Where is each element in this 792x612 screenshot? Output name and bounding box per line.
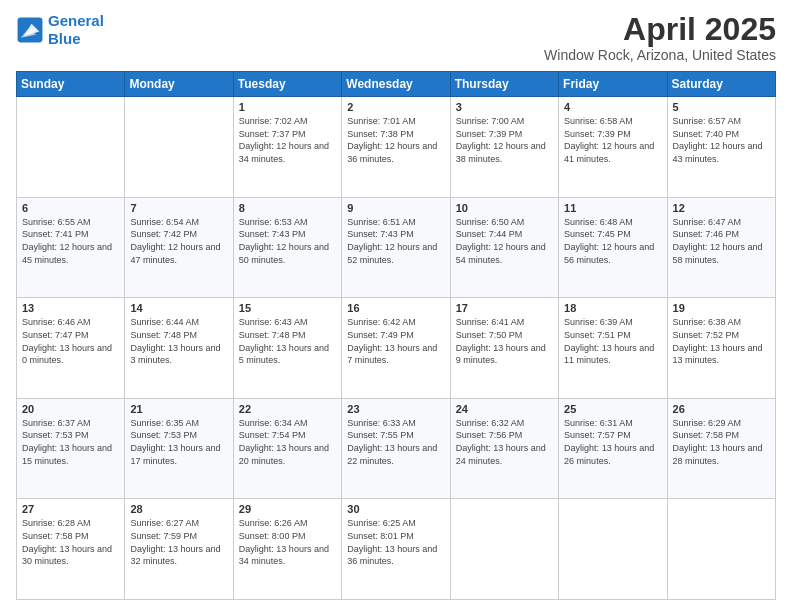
calendar-cell	[667, 499, 775, 600]
day-info: Sunrise: 6:28 AMSunset: 7:58 PMDaylight:…	[22, 517, 119, 567]
day-number: 3	[456, 101, 553, 113]
day-info: Sunrise: 6:25 AMSunset: 8:01 PMDaylight:…	[347, 517, 444, 567]
day-info: Sunrise: 6:55 AMSunset: 7:41 PMDaylight:…	[22, 216, 119, 266]
day-number: 25	[564, 403, 661, 415]
calendar-day-header: Saturday	[667, 72, 775, 97]
day-info: Sunrise: 6:26 AMSunset: 8:00 PMDaylight:…	[239, 517, 336, 567]
calendar-cell: 18Sunrise: 6:39 AMSunset: 7:51 PMDayligh…	[559, 298, 667, 399]
calendar-day-header: Sunday	[17, 72, 125, 97]
page: General Blue April 2025 Window Rock, Ari…	[0, 0, 792, 612]
page-title: April 2025	[544, 12, 776, 47]
day-info: Sunrise: 6:47 AMSunset: 7:46 PMDaylight:…	[673, 216, 770, 266]
calendar-cell: 24Sunrise: 6:32 AMSunset: 7:56 PMDayligh…	[450, 398, 558, 499]
day-info: Sunrise: 6:43 AMSunset: 7:48 PMDaylight:…	[239, 316, 336, 366]
header-right: April 2025 Window Rock, Arizona, United …	[544, 12, 776, 63]
day-number: 27	[22, 503, 119, 515]
calendar-cell	[450, 499, 558, 600]
day-number: 8	[239, 202, 336, 214]
calendar-week-row: 13Sunrise: 6:46 AMSunset: 7:47 PMDayligh…	[17, 298, 776, 399]
day-number: 15	[239, 302, 336, 314]
day-number: 21	[130, 403, 227, 415]
day-info: Sunrise: 6:57 AMSunset: 7:40 PMDaylight:…	[673, 115, 770, 165]
calendar-cell: 11Sunrise: 6:48 AMSunset: 7:45 PMDayligh…	[559, 197, 667, 298]
day-info: Sunrise: 6:53 AMSunset: 7:43 PMDaylight:…	[239, 216, 336, 266]
day-info: Sunrise: 6:37 AMSunset: 7:53 PMDaylight:…	[22, 417, 119, 467]
day-info: Sunrise: 6:35 AMSunset: 7:53 PMDaylight:…	[130, 417, 227, 467]
calendar-week-row: 1Sunrise: 7:02 AMSunset: 7:37 PMDaylight…	[17, 97, 776, 198]
calendar-cell: 5Sunrise: 6:57 AMSunset: 7:40 PMDaylight…	[667, 97, 775, 198]
day-number: 26	[673, 403, 770, 415]
calendar-cell: 8Sunrise: 6:53 AMSunset: 7:43 PMDaylight…	[233, 197, 341, 298]
calendar-cell: 1Sunrise: 7:02 AMSunset: 7:37 PMDaylight…	[233, 97, 341, 198]
day-number: 22	[239, 403, 336, 415]
day-number: 12	[673, 202, 770, 214]
calendar-cell: 16Sunrise: 6:42 AMSunset: 7:49 PMDayligh…	[342, 298, 450, 399]
calendar-cell: 20Sunrise: 6:37 AMSunset: 7:53 PMDayligh…	[17, 398, 125, 499]
day-number: 11	[564, 202, 661, 214]
logo-line1: General	[48, 12, 104, 29]
calendar-cell: 17Sunrise: 6:41 AMSunset: 7:50 PMDayligh…	[450, 298, 558, 399]
day-number: 20	[22, 403, 119, 415]
logo-line2: Blue	[48, 30, 81, 47]
calendar-week-row: 20Sunrise: 6:37 AMSunset: 7:53 PMDayligh…	[17, 398, 776, 499]
calendar-cell: 28Sunrise: 6:27 AMSunset: 7:59 PMDayligh…	[125, 499, 233, 600]
day-info: Sunrise: 6:44 AMSunset: 7:48 PMDaylight:…	[130, 316, 227, 366]
day-info: Sunrise: 6:33 AMSunset: 7:55 PMDaylight:…	[347, 417, 444, 467]
day-info: Sunrise: 7:02 AMSunset: 7:37 PMDaylight:…	[239, 115, 336, 165]
day-info: Sunrise: 6:41 AMSunset: 7:50 PMDaylight:…	[456, 316, 553, 366]
calendar-cell: 13Sunrise: 6:46 AMSunset: 7:47 PMDayligh…	[17, 298, 125, 399]
calendar-cell	[125, 97, 233, 198]
day-info: Sunrise: 6:46 AMSunset: 7:47 PMDaylight:…	[22, 316, 119, 366]
day-number: 10	[456, 202, 553, 214]
header: General Blue April 2025 Window Rock, Ari…	[16, 12, 776, 63]
calendar-cell: 6Sunrise: 6:55 AMSunset: 7:41 PMDaylight…	[17, 197, 125, 298]
calendar-cell: 9Sunrise: 6:51 AMSunset: 7:43 PMDaylight…	[342, 197, 450, 298]
calendar-cell: 10Sunrise: 6:50 AMSunset: 7:44 PMDayligh…	[450, 197, 558, 298]
calendar-cell: 2Sunrise: 7:01 AMSunset: 7:38 PMDaylight…	[342, 97, 450, 198]
day-number: 28	[130, 503, 227, 515]
calendar-cell: 25Sunrise: 6:31 AMSunset: 7:57 PMDayligh…	[559, 398, 667, 499]
logo-text: General Blue	[48, 12, 104, 48]
calendar-day-header: Thursday	[450, 72, 558, 97]
calendar-day-header: Friday	[559, 72, 667, 97]
calendar-cell: 21Sunrise: 6:35 AMSunset: 7:53 PMDayligh…	[125, 398, 233, 499]
day-info: Sunrise: 7:00 AMSunset: 7:39 PMDaylight:…	[456, 115, 553, 165]
day-number: 30	[347, 503, 444, 515]
calendar-cell: 7Sunrise: 6:54 AMSunset: 7:42 PMDaylight…	[125, 197, 233, 298]
logo-icon	[16, 16, 44, 44]
page-subtitle: Window Rock, Arizona, United States	[544, 47, 776, 63]
calendar-cell: 19Sunrise: 6:38 AMSunset: 7:52 PMDayligh…	[667, 298, 775, 399]
calendar-cell: 22Sunrise: 6:34 AMSunset: 7:54 PMDayligh…	[233, 398, 341, 499]
day-number: 1	[239, 101, 336, 113]
day-info: Sunrise: 6:34 AMSunset: 7:54 PMDaylight:…	[239, 417, 336, 467]
day-info: Sunrise: 6:54 AMSunset: 7:42 PMDaylight:…	[130, 216, 227, 266]
day-number: 17	[456, 302, 553, 314]
calendar-cell: 30Sunrise: 6:25 AMSunset: 8:01 PMDayligh…	[342, 499, 450, 600]
calendar-header-row: SundayMondayTuesdayWednesdayThursdayFrid…	[17, 72, 776, 97]
day-info: Sunrise: 6:51 AMSunset: 7:43 PMDaylight:…	[347, 216, 444, 266]
day-info: Sunrise: 6:29 AMSunset: 7:58 PMDaylight:…	[673, 417, 770, 467]
day-number: 9	[347, 202, 444, 214]
calendar-table: SundayMondayTuesdayWednesdayThursdayFrid…	[16, 71, 776, 600]
logo: General Blue	[16, 12, 104, 48]
calendar-cell: 12Sunrise: 6:47 AMSunset: 7:46 PMDayligh…	[667, 197, 775, 298]
calendar-cell: 4Sunrise: 6:58 AMSunset: 7:39 PMDaylight…	[559, 97, 667, 198]
day-info: Sunrise: 6:31 AMSunset: 7:57 PMDaylight:…	[564, 417, 661, 467]
day-info: Sunrise: 6:50 AMSunset: 7:44 PMDaylight:…	[456, 216, 553, 266]
calendar-cell: 14Sunrise: 6:44 AMSunset: 7:48 PMDayligh…	[125, 298, 233, 399]
day-info: Sunrise: 6:32 AMSunset: 7:56 PMDaylight:…	[456, 417, 553, 467]
calendar-day-header: Wednesday	[342, 72, 450, 97]
calendar-cell: 29Sunrise: 6:26 AMSunset: 8:00 PMDayligh…	[233, 499, 341, 600]
day-number: 19	[673, 302, 770, 314]
day-number: 23	[347, 403, 444, 415]
day-number: 24	[456, 403, 553, 415]
day-info: Sunrise: 6:42 AMSunset: 7:49 PMDaylight:…	[347, 316, 444, 366]
day-number: 18	[564, 302, 661, 314]
day-number: 14	[130, 302, 227, 314]
calendar-week-row: 6Sunrise: 6:55 AMSunset: 7:41 PMDaylight…	[17, 197, 776, 298]
calendar-cell: 26Sunrise: 6:29 AMSunset: 7:58 PMDayligh…	[667, 398, 775, 499]
day-number: 2	[347, 101, 444, 113]
day-number: 13	[22, 302, 119, 314]
calendar-week-row: 27Sunrise: 6:28 AMSunset: 7:58 PMDayligh…	[17, 499, 776, 600]
day-number: 5	[673, 101, 770, 113]
